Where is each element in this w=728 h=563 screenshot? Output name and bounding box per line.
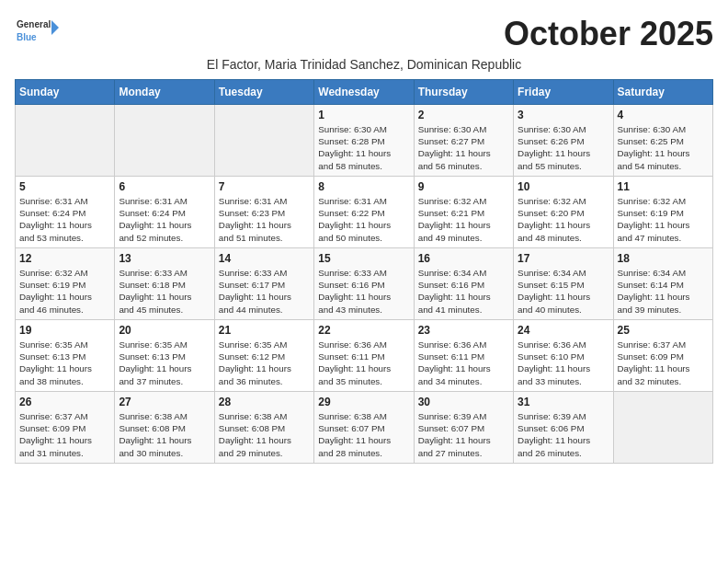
calendar-cell [115,105,214,177]
header-cell-monday: Monday [115,80,214,105]
week-row-3: 12Sunrise: 6:32 AM Sunset: 6:19 PM Dayli… [16,248,713,320]
day-number: 22 [318,324,409,337]
day-info: Sunrise: 6:32 AM Sunset: 6:19 PM Dayligh… [618,195,709,244]
day-number: 18 [618,252,709,265]
calendar-cell: 26Sunrise: 6:37 AM Sunset: 6:09 PM Dayli… [16,392,115,464]
day-info: Sunrise: 6:32 AM Sunset: 6:19 PM Dayligh… [19,267,110,316]
header-cell-tuesday: Tuesday [214,80,313,105]
day-number: 27 [119,396,210,408]
day-number: 20 [119,324,210,337]
subtitle: El Factor, Maria Trinidad Sanchez, Domin… [15,57,713,72]
calendar-cell: 28Sunrise: 6:38 AM Sunset: 6:08 PM Dayli… [214,392,313,464]
calendar-cell: 3Sunrise: 6:30 AM Sunset: 6:26 PM Daylig… [514,105,613,177]
logo-svg: General Blue [15,15,61,48]
day-info: Sunrise: 6:34 AM Sunset: 6:16 PM Dayligh… [418,267,509,316]
calendar-cell [613,392,712,464]
day-info: Sunrise: 6:39 AM Sunset: 6:06 PM Dayligh… [518,410,609,459]
day-number: 3 [518,109,609,121]
day-info: Sunrise: 6:30 AM Sunset: 6:26 PM Dayligh… [518,123,609,172]
day-number: 29 [318,396,409,408]
header-cell-saturday: Saturday [613,80,712,105]
calendar-cell: 5Sunrise: 6:31 AM Sunset: 6:24 PM Daylig… [16,177,115,248]
day-number: 23 [418,324,509,337]
calendar-cell: 1Sunrise: 6:30 AM Sunset: 6:28 PM Daylig… [314,105,414,177]
calendar-cell: 31Sunrise: 6:39 AM Sunset: 6:06 PM Dayli… [514,392,613,464]
day-number: 2 [418,109,509,121]
week-row-5: 26Sunrise: 6:37 AM Sunset: 6:09 PM Dayli… [16,392,713,464]
calendar-cell: 29Sunrise: 6:38 AM Sunset: 6:07 PM Dayli… [314,392,414,464]
calendar-cell: 13Sunrise: 6:33 AM Sunset: 6:18 PM Dayli… [115,248,214,320]
calendar-cell: 9Sunrise: 6:32 AM Sunset: 6:21 PM Daylig… [414,177,513,248]
day-info: Sunrise: 6:36 AM Sunset: 6:10 PM Dayligh… [518,339,609,387]
day-info: Sunrise: 6:33 AM Sunset: 6:17 PM Dayligh… [219,267,310,316]
day-info: Sunrise: 6:37 AM Sunset: 6:09 PM Dayligh… [19,410,110,459]
calendar-cell: 11Sunrise: 6:32 AM Sunset: 6:19 PM Dayli… [613,177,712,248]
day-info: Sunrise: 6:31 AM Sunset: 6:24 PM Dayligh… [119,195,210,244]
day-info: Sunrise: 6:33 AM Sunset: 6:18 PM Dayligh… [119,267,210,316]
calendar-table: SundayMondayTuesdayWednesdayThursdayFrid… [15,79,713,464]
day-info: Sunrise: 6:35 AM Sunset: 6:13 PM Dayligh… [119,339,210,387]
page-header: General Blue October 2025 [15,15,713,53]
day-info: Sunrise: 6:39 AM Sunset: 6:07 PM Dayligh… [418,410,509,459]
calendar-cell: 12Sunrise: 6:32 AM Sunset: 6:19 PM Dayli… [16,248,115,320]
day-number: 28 [219,396,310,408]
day-info: Sunrise: 6:34 AM Sunset: 6:15 PM Dayligh… [518,267,609,316]
day-number: 19 [19,324,110,337]
day-number: 5 [19,180,110,193]
svg-text:General: General [17,19,51,29]
title-block: October 2025 [504,15,713,53]
calendar-cell [214,105,313,177]
day-info: Sunrise: 6:32 AM Sunset: 6:20 PM Dayligh… [518,195,609,244]
day-info: Sunrise: 6:31 AM Sunset: 6:24 PM Dayligh… [19,195,110,244]
calendar-cell: 22Sunrise: 6:36 AM Sunset: 6:11 PM Dayli… [314,320,414,392]
calendar-cell: 23Sunrise: 6:36 AM Sunset: 6:11 PM Dayli… [414,320,513,392]
day-number: 24 [518,324,609,337]
day-number: 7 [219,180,310,193]
day-info: Sunrise: 6:38 AM Sunset: 6:08 PM Dayligh… [219,410,310,459]
logo: General Blue [15,15,61,48]
day-info: Sunrise: 6:34 AM Sunset: 6:14 PM Dayligh… [618,267,709,316]
day-number: 9 [418,180,509,193]
calendar-cell: 21Sunrise: 6:35 AM Sunset: 6:12 PM Dayli… [214,320,313,392]
day-number: 21 [219,324,310,337]
day-number: 26 [19,396,110,408]
day-info: Sunrise: 6:38 AM Sunset: 6:08 PM Dayligh… [119,410,210,459]
day-number: 4 [618,109,709,121]
calendar-cell: 27Sunrise: 6:38 AM Sunset: 6:08 PM Dayli… [115,392,214,464]
calendar-cell: 20Sunrise: 6:35 AM Sunset: 6:13 PM Dayli… [115,320,214,392]
calendar-cell: 15Sunrise: 6:33 AM Sunset: 6:16 PM Dayli… [314,248,414,320]
day-number: 11 [618,180,709,193]
day-number: 12 [19,252,110,265]
day-info: Sunrise: 6:36 AM Sunset: 6:11 PM Dayligh… [418,339,509,387]
day-info: Sunrise: 6:35 AM Sunset: 6:13 PM Dayligh… [19,339,110,387]
calendar-cell: 10Sunrise: 6:32 AM Sunset: 6:20 PM Dayli… [514,177,613,248]
week-row-2: 5Sunrise: 6:31 AM Sunset: 6:24 PM Daylig… [16,177,713,248]
day-info: Sunrise: 6:31 AM Sunset: 6:22 PM Dayligh… [318,195,409,244]
day-number: 13 [119,252,210,265]
day-info: Sunrise: 6:35 AM Sunset: 6:12 PM Dayligh… [219,339,310,387]
month-title: October 2025 [504,15,713,53]
calendar-cell: 16Sunrise: 6:34 AM Sunset: 6:16 PM Dayli… [414,248,513,320]
calendar-cell: 2Sunrise: 6:30 AM Sunset: 6:27 PM Daylig… [414,105,513,177]
week-row-4: 19Sunrise: 6:35 AM Sunset: 6:13 PM Dayli… [16,320,713,392]
calendar-cell: 14Sunrise: 6:33 AM Sunset: 6:17 PM Dayli… [214,248,313,320]
calendar-cell [16,105,115,177]
day-number: 31 [518,396,609,408]
header-cell-friday: Friday [514,80,613,105]
calendar-cell: 25Sunrise: 6:37 AM Sunset: 6:09 PM Dayli… [613,320,712,392]
header-row: SundayMondayTuesdayWednesdayThursdayFrid… [16,80,713,105]
day-number: 14 [219,252,310,265]
header-cell-wednesday: Wednesday [314,80,414,105]
day-info: Sunrise: 6:30 AM Sunset: 6:25 PM Dayligh… [618,123,709,172]
day-number: 17 [518,252,609,265]
day-info: Sunrise: 6:36 AM Sunset: 6:11 PM Dayligh… [318,339,409,387]
header-cell-sunday: Sunday [16,80,115,105]
day-number: 8 [318,180,409,193]
week-row-1: 1Sunrise: 6:30 AM Sunset: 6:28 PM Daylig… [16,105,713,177]
calendar-cell: 4Sunrise: 6:30 AM Sunset: 6:25 PM Daylig… [613,105,712,177]
calendar-cell: 19Sunrise: 6:35 AM Sunset: 6:13 PM Dayli… [16,320,115,392]
day-info: Sunrise: 6:37 AM Sunset: 6:09 PM Dayligh… [618,339,709,387]
day-info: Sunrise: 6:32 AM Sunset: 6:21 PM Dayligh… [418,195,509,244]
day-number: 6 [119,180,210,193]
calendar-cell: 7Sunrise: 6:31 AM Sunset: 6:23 PM Daylig… [214,177,313,248]
